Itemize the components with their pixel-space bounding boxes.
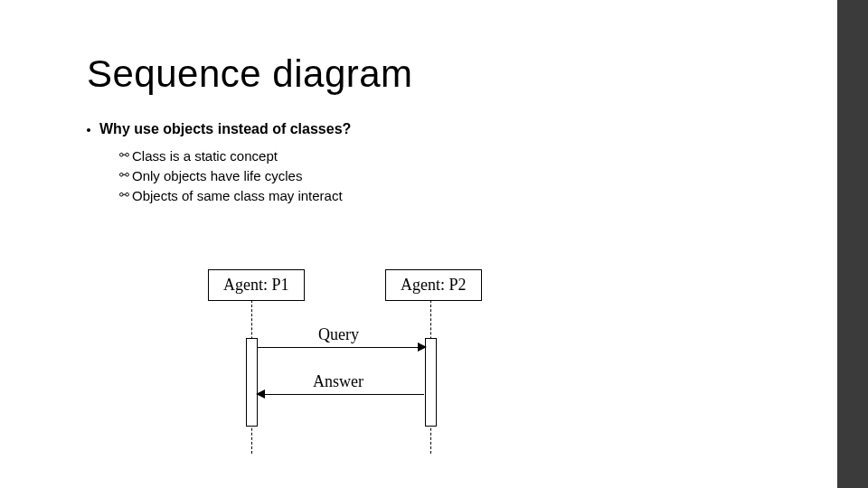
sub-point: ⚯ Class is a static concept (119, 146, 868, 166)
sub-point-text: Class is a static concept (132, 146, 278, 166)
sub-point: ⚯ Objects of same class may interact (119, 186, 868, 206)
message-line-answer (258, 394, 424, 395)
arrow-left-icon (256, 389, 265, 399)
sub-point-text: Only objects have life cycles (132, 166, 302, 186)
sub-point: ⚯ Only objects have life cycles (119, 166, 868, 186)
link-icon: ⚯ (119, 167, 129, 184)
link-icon: ⚯ (119, 187, 129, 204)
question-text: Why use objects instead of classes? (99, 121, 351, 137)
sub-points-list: ⚯ Class is a static concept ⚯ Only objec… (119, 146, 868, 205)
slide-title: Sequence diagram (87, 52, 868, 96)
message-label-answer: Answer (313, 372, 363, 391)
bullet-question-row: Why use objects instead of classes? (87, 121, 868, 137)
message-label-query: Query (318, 325, 359, 344)
participant-box-p2: Agent: P2 (385, 269, 482, 301)
activation-bar-p1 (246, 338, 258, 427)
arrow-right-icon (418, 343, 427, 352)
side-accent-bar (837, 0, 868, 488)
sequence-diagram: Agent: P1 Agent: P2 Query Answer (181, 269, 542, 468)
participant-box-p1: Agent: P1 (208, 269, 305, 301)
bullet-dot-icon (87, 128, 90, 132)
message-line-query (258, 347, 424, 348)
link-icon: ⚯ (119, 147, 129, 164)
slide-content: Sequence diagram Why use objects instead… (0, 0, 868, 205)
sub-point-text: Objects of same class may interact (132, 186, 343, 206)
